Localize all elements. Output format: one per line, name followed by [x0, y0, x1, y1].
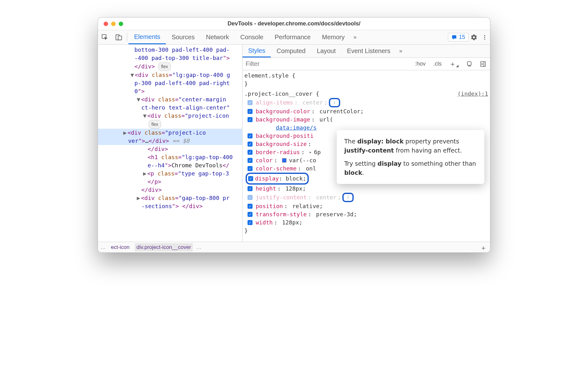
tab-event-listeners[interactable]: Event Listeners: [341, 45, 396, 57]
more-styles-tabs-icon[interactable]: »: [399, 48, 402, 54]
tab-styles[interactable]: Styles: [242, 45, 271, 57]
prop-align-items[interactable]: ✓ align-items: center; i: [244, 98, 488, 107]
main-split: bottom-300 pad-left-400 pad- -400 pad-to…: [98, 45, 490, 242]
device-toggle-icon[interactable]: [113, 32, 124, 43]
prop-height[interactable]: ✓ height: 128px;: [244, 185, 488, 193]
info-icon[interactable]: i: [345, 194, 351, 201]
checkbox-icon[interactable]: ✓: [248, 186, 253, 191]
prop-transform-style[interactable]: ✓ transform-style: preserve-3d;: [244, 210, 488, 218]
crumb-selected[interactable]: div.project-icon__cover: [135, 243, 193, 251]
inspect-icon[interactable]: [99, 32, 111, 43]
prop-justify-content[interactable]: ✓ justify-content: center; i: [244, 193, 488, 202]
tab-sources[interactable]: Sources: [166, 30, 200, 44]
separator: [127, 33, 127, 42]
element-style-rule: element.style {: [244, 72, 488, 80]
rule-source-link[interactable]: (index):1: [457, 90, 488, 98]
checkbox-icon[interactable]: ✓: [248, 195, 253, 200]
display-ring: ✓ display: block;: [246, 173, 309, 185]
issues-button[interactable]: 15: [448, 33, 469, 41]
flex-badge-2[interactable]: flex: [149, 120, 161, 129]
computed-drawer-icon[interactable]: [476, 58, 490, 70]
tab-network[interactable]: Network: [200, 30, 235, 44]
checkbox-icon[interactable]: ✓: [248, 100, 253, 105]
flex-badge[interactable]: flex: [158, 62, 171, 71]
rule-header: .project-icon__cover { (index):1: [244, 90, 488, 98]
hint-ring-2: i: [342, 193, 354, 202]
styles-tabs: Styles Computed Layout Event Listeners »: [242, 45, 490, 58]
prop-position[interactable]: ✓ position: relative;: [244, 202, 488, 210]
filter-input[interactable]: [242, 58, 411, 69]
cls-button[interactable]: .cls: [429, 58, 445, 70]
checkbox-icon[interactable]: ✓: [248, 166, 253, 171]
traffic-lights: [98, 22, 123, 26]
checkbox-icon[interactable]: ✓: [248, 176, 253, 181]
more-tabs-icon[interactable]: »: [353, 34, 357, 40]
info-icon[interactable]: i: [331, 100, 338, 106]
more-menu-icon[interactable]: [479, 32, 490, 43]
hint-ring: i: [329, 98, 340, 107]
tab-layout[interactable]: Layout: [311, 45, 341, 57]
svg-rect-2: [118, 36, 122, 40]
prop-background-color[interactable]: ✓ background-color: currentColor;: [244, 107, 488, 116]
styles-panel: Styles Computed Layout Event Listeners »…: [242, 45, 490, 242]
tab-elements[interactable]: Elements: [128, 30, 166, 44]
svg-point-4: [484, 35, 485, 36]
filter-row: :hov .cls ＋◢: [242, 58, 490, 70]
checkbox-icon[interactable]: ✓: [248, 150, 253, 155]
prop-background-image[interactable]: ✓ background-image: url(: [244, 116, 488, 124]
toolbar: Elements Sources Network Console Perform…: [98, 30, 490, 45]
crumb-ellipsis-2[interactable]: …: [196, 244, 201, 250]
elements-tree[interactable]: bottom-300 pad-left-400 pad- -400 pad-to…: [98, 45, 242, 242]
svg-rect-7: [467, 62, 471, 65]
tab-computed[interactable]: Computed: [271, 45, 311, 57]
svg-point-6: [484, 39, 485, 40]
checkbox-icon[interactable]: ✓: [248, 204, 253, 209]
rules-list: element.style { } .project-icon__cover {…: [242, 70, 490, 242]
svg-rect-3: [452, 35, 456, 39]
tab-console[interactable]: Console: [235, 30, 269, 44]
selected-dom-node[interactable]: ⋯ ▶<div class="project-ico: [98, 129, 242, 137]
settings-icon[interactable]: [469, 32, 479, 43]
checkbox-icon[interactable]: ✓: [248, 142, 253, 147]
checkbox-icon[interactable]: ✓: [248, 117, 253, 122]
copy-styles-icon[interactable]: [462, 58, 476, 70]
issues-count: 15: [459, 34, 465, 40]
checkbox-icon[interactable]: ✓: [248, 109, 253, 114]
breadcrumb: … ect-icon div.project-icon__cover … ＋: [98, 242, 490, 252]
close-window-button[interactable]: [104, 22, 108, 26]
titlebar: DevTools - developer.chrome.com/docs/dev…: [98, 18, 490, 30]
window: DevTools - developer.chrome.com/docs/dev…: [98, 17, 490, 253]
add-breadcrumb-icon[interactable]: ＋: [480, 243, 487, 253]
checkbox-icon[interactable]: ✓: [248, 158, 253, 163]
crumb-parent[interactable]: ect-icon: [109, 243, 132, 251]
hov-button[interactable]: :hov: [411, 58, 429, 70]
checkbox-icon[interactable]: ✓: [248, 212, 253, 217]
svg-point-5: [484, 37, 485, 38]
checkbox-icon[interactable]: ✓: [248, 133, 253, 138]
tab-performance[interactable]: Performance: [269, 30, 317, 44]
tab-memory[interactable]: Memory: [316, 30, 350, 44]
crumb-ellipsis[interactable]: …: [101, 244, 106, 250]
prop-width[interactable]: ✓ width: 128px;: [244, 218, 488, 227]
minimize-window-button[interactable]: [111, 22, 116, 26]
window-title: DevTools - developer.chrome.com/docs/dev…: [98, 20, 490, 27]
new-rule-button[interactable]: ＋◢: [445, 58, 462, 70]
color-swatch[interactable]: [282, 158, 286, 163]
css-hint-tooltip: The display: block property prevents jus…: [337, 130, 484, 184]
zoom-window-button[interactable]: [119, 22, 123, 26]
checkbox-icon[interactable]: ✓: [248, 220, 253, 225]
